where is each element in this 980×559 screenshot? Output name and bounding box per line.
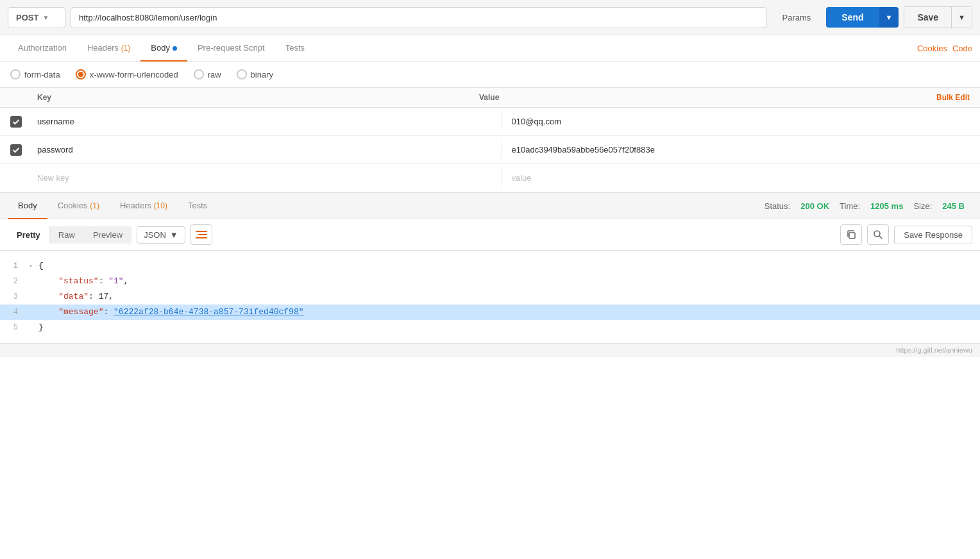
radio-urlencoded[interactable]: x-www-form-urlencoded <box>76 69 178 79</box>
json-chevron-icon: ▼ <box>170 230 178 240</box>
radio-form-data[interactable]: form-data <box>10 69 60 79</box>
kv-header: Key Value Bulk Edit <box>0 88 980 108</box>
bottom-tab-cookies[interactable]: Cookies (1) <box>47 193 110 219</box>
status-label: Status: <box>765 201 790 211</box>
time-value: 1205 ms <box>870 201 903 211</box>
bottom-cookies-label: Cookies <box>58 201 90 210</box>
top-tabs-right: Cookies Code <box>917 44 972 53</box>
url-input[interactable] <box>71 7 766 28</box>
format-pretty[interactable]: Pretty <box>8 226 49 244</box>
size-label: Size: <box>913 201 932 211</box>
status-row: Status: 200 OK Time: 1205 ms Size: 245 B <box>757 201 972 211</box>
save-chevron-button[interactable]: ▼ <box>952 6 972 28</box>
wrap-icon <box>196 231 207 238</box>
send-button[interactable]: Send <box>826 7 879 28</box>
line-num-1: 1 <box>0 260 26 272</box>
tab-authorization[interactable]: Authorization <box>8 35 77 62</box>
row1-key[interactable]: username <box>32 112 502 131</box>
tab-headers[interactable]: Headers (1) <box>77 35 140 62</box>
json-selector[interactable]: JSON ▼ <box>137 226 185 244</box>
radio-binary[interactable]: binary <box>237 69 273 79</box>
send-chevron-button[interactable]: ▼ <box>879 7 899 28</box>
row2-value[interactable]: e10adc3949ba59abbe56e057f20f883e <box>502 140 981 160</box>
bottom-tab-body[interactable]: Body <box>8 193 47 219</box>
status-bar: https://g.gitl.net/anniewu <box>0 343 980 357</box>
kv-key-header: Key <box>32 93 474 102</box>
json-line-2: 2 "status": "1", <box>0 274 980 289</box>
json-status-line: "status": "1", <box>38 274 980 288</box>
save-button-group: Save ▼ <box>904 6 972 28</box>
wrap-button[interactable] <box>190 224 212 245</box>
bottom-tab-headers[interactable]: Headers (10) <box>110 193 178 219</box>
json-line-1: 1 ▾ { <box>0 258 980 274</box>
checkbox-username[interactable] <box>10 116 22 128</box>
radio-raw-circle <box>194 69 204 79</box>
json-message-line: "message": "6222af28-b64e-4738-a857-731f… <box>38 305 980 319</box>
row1-value[interactable]: 010@qq.com <box>502 112 981 131</box>
tab-tests[interactable]: Tests <box>275 35 315 62</box>
new-row-key[interactable]: New key <box>32 168 502 188</box>
url-bar: POST ▼ Params Send ▼ Save ▼ <box>0 0 980 35</box>
save-response-button[interactable]: Save Response <box>894 226 972 244</box>
code-link[interactable]: Code <box>952 44 972 53</box>
json-display: 1 ▾ { 2 "status": "1", 3 "data": 17, 4 "… <box>0 251 980 343</box>
radio-form-data-circle <box>10 69 21 79</box>
table-row: username 010@qq.com <box>0 108 980 136</box>
body-tab-label: Body <box>151 43 170 53</box>
radio-form-data-label: form-data <box>24 70 60 79</box>
radio-urlencoded-label: x-www-form-urlencoded <box>90 70 178 79</box>
kv-table: Key Value Bulk Edit username 010@qq.com … <box>0 88 980 193</box>
headers-tab-label: Headers <box>87 43 121 53</box>
save-button[interactable]: Save <box>904 6 952 28</box>
size-value: 245 B <box>942 201 965 211</box>
radio-raw-label: raw <box>208 70 221 79</box>
time-label: Time: <box>840 201 860 211</box>
bottom-tabs-row: Body Cookies (1) Headers (10) Tests Stat… <box>0 193 980 219</box>
radio-urlencoded-circle <box>76 69 86 79</box>
bottom-cookies-badge: (1) <box>90 201 99 210</box>
cookies-link[interactable]: Cookies <box>917 44 947 53</box>
bottom-tab-tests[interactable]: Tests <box>178 193 217 219</box>
svg-line-2 <box>879 236 882 238</box>
method-chevron-icon: ▼ <box>42 14 49 21</box>
bottom-headers-badge: (10) <box>154 201 167 210</box>
json-open-brace: { <box>38 259 980 273</box>
table-row-new: New key value <box>0 164 980 192</box>
tab-prerequest[interactable]: Pre-request Script <box>187 35 275 62</box>
format-raw[interactable]: Raw <box>49 226 84 244</box>
line-num-3: 3 <box>0 290 26 303</box>
row2-key[interactable]: password <box>32 140 502 160</box>
line-num-5: 5 <box>0 321 26 334</box>
status-value: 200 OK <box>800 201 829 211</box>
body-dot <box>173 46 177 51</box>
kv-value-header: Value <box>474 93 916 102</box>
svg-rect-0 <box>849 233 855 238</box>
line-num-4: 4 <box>0 306 26 319</box>
top-tabs: Authorization Headers (1) Body Pre-reque… <box>0 35 980 62</box>
params-button[interactable]: Params <box>772 8 821 28</box>
method-selector[interactable]: POST ▼ <box>8 7 65 28</box>
new-row-value[interactable]: value <box>502 168 981 188</box>
kv-check-col <box>0 93 32 102</box>
checkbox-password[interactable] <box>10 144 22 156</box>
send-button-group: Send ▼ <box>826 7 899 28</box>
format-preview[interactable]: Preview <box>84 226 131 244</box>
row2-check[interactable] <box>0 144 32 156</box>
search-button[interactable] <box>867 224 889 245</box>
row1-check[interactable] <box>0 116 32 128</box>
radio-binary-circle <box>237 69 247 79</box>
json-line-4: 4 "message": "6222af28-b64e-4738-a857-73… <box>0 305 980 320</box>
json-line-3: 3 "data": 17, <box>0 289 980 305</box>
copy-button[interactable] <box>840 224 862 245</box>
format-tabs: Pretty Raw Preview <box>8 226 131 244</box>
bulk-edit-btn[interactable]: Bulk Edit <box>916 93 980 102</box>
response-toolbar: Pretty Raw Preview JSON ▼ <box>0 219 980 251</box>
radio-raw[interactable]: raw <box>194 69 221 79</box>
line-toggle-1[interactable]: ▾ <box>26 261 36 272</box>
headers-badge: (1) <box>121 44 131 53</box>
tab-body[interactable]: Body <box>140 35 187 62</box>
json-close-brace: } <box>38 321 980 335</box>
body-type-row: form-data x-www-form-urlencoded raw bina… <box>0 62 980 88</box>
bottom-section: Body Cookies (1) Headers (10) Tests Stat… <box>0 193 980 343</box>
table-row: password e10adc3949ba59abbe56e057f20f883… <box>0 136 980 164</box>
